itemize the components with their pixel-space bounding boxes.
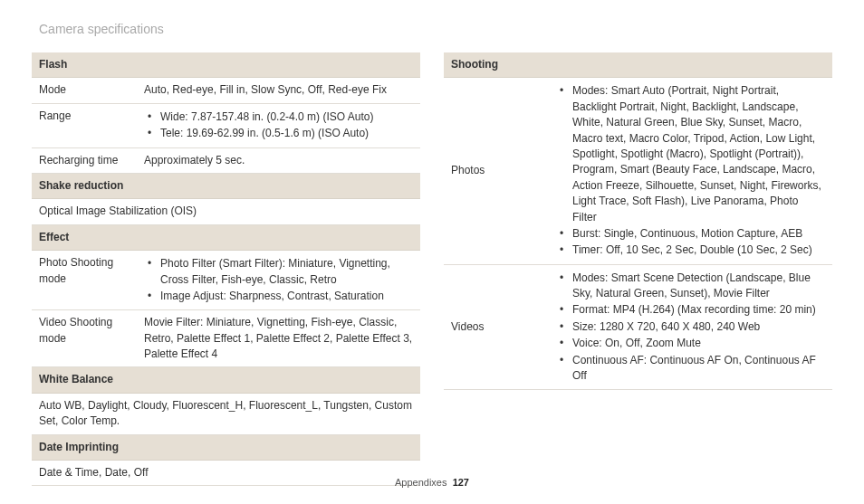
- table-row: Photo Shooting mode Photo Filter (Smart …: [32, 251, 420, 310]
- document-page: Camera specifications Flash Mode Auto, R…: [0, 0, 864, 486]
- list-item: Image Adjust: Sharpness, Contrast, Satur…: [157, 289, 413, 304]
- spec-value: Auto, Red-eye, Fill in, Slow Sync, Off, …: [137, 78, 420, 103]
- spec-value: Auto WB, Daylight, Cloudy, Fluorescent_H…: [32, 393, 420, 434]
- list-item: Continuous AF: Continuous AF On, Continu…: [569, 353, 825, 385]
- table-row: Auto WB, Daylight, Cloudy, Fluorescent_H…: [32, 393, 420, 434]
- spec-value: Wide: 7.87-157.48 in. (0.2-4.0 m) (ISO A…: [137, 103, 420, 147]
- spec-label: Range: [32, 103, 137, 147]
- table-row: Range Wide: 7.87-157.48 in. (0.2-4.0 m) …: [32, 103, 420, 147]
- spec-table-left: Flash Mode Auto, Red-eye, Fill in, Slow …: [32, 52, 420, 486]
- spec-label: Videos: [444, 264, 549, 390]
- left-column: Flash Mode Auto, Red-eye, Fill in, Slow …: [32, 52, 420, 486]
- footer-label: Appendixes: [395, 477, 447, 488]
- list-item: Wide: 7.87-157.48 in. (0.2-4.0 m) (ISO A…: [157, 109, 413, 125]
- right-column: Shooting Photos Modes: Smart Auto (Portr…: [444, 52, 832, 486]
- list-item: Burst: Single, Continuous, Motion Captur…: [569, 226, 825, 242]
- section-header-flash: Flash: [32, 52, 420, 78]
- table-row: Photos Modes: Smart Auto (Portrait, Nigh…: [444, 78, 832, 264]
- table-row: Mode Auto, Red-eye, Fill in, Slow Sync, …: [32, 78, 420, 103]
- section-header-label: Flash: [32, 52, 420, 78]
- footer-page-number: 127: [453, 477, 469, 488]
- spec-label: Recharging time: [32, 147, 137, 173]
- list-item: Modes: Smart Scene Detection (Landscape,…: [569, 271, 825, 302]
- section-header-shooting: Shooting: [444, 52, 832, 78]
- list-item: Photo Filter (Smart Filter): Miniature, …: [157, 256, 413, 288]
- spec-label: Video Shooting mode: [32, 310, 137, 367]
- table-row: Videos Modes: Smart Scene Detection (Lan…: [444, 264, 832, 390]
- spec-table-right: Shooting Photos Modes: Smart Auto (Portr…: [444, 52, 832, 390]
- bullet-list: Modes: Smart Auto (Portrait, Night Portr…: [556, 83, 825, 258]
- section-header-label: White Balance: [32, 367, 420, 393]
- page-footer: Appendixes 127: [0, 477, 864, 488]
- spec-value: Modes: Smart Scene Detection (Landscape,…: [549, 264, 832, 390]
- spec-value: Modes: Smart Auto (Portrait, Night Portr…: [549, 78, 832, 264]
- spec-label: Photo Shooting mode: [32, 251, 137, 310]
- spec-label: Photos: [444, 78, 549, 264]
- list-item: Modes: Smart Auto (Portrait, Night Portr…: [569, 83, 825, 225]
- list-item: Voice: On, Off, Zoom Mute: [569, 336, 825, 351]
- spec-value: Optical Image Stabilization (OIS): [32, 199, 420, 224]
- table-row: Recharging time Approximately 5 sec.: [32, 147, 420, 173]
- bullet-list: Wide: 7.87-157.48 in. (0.2-4.0 m) (ISO A…: [144, 109, 413, 142]
- list-item: Tele: 19.69-62.99 in. (0.5-1.6 m) (ISO A…: [157, 126, 413, 141]
- section-header-label: Shake reduction: [32, 173, 420, 198]
- bullet-list: Photo Filter (Smart Filter): Miniature, …: [144, 256, 413, 304]
- section-header-label: Effect: [32, 224, 420, 250]
- section-header-shake: Shake reduction: [32, 173, 420, 198]
- section-header-effect: Effect: [32, 224, 420, 250]
- section-header-label: Date Imprinting: [32, 434, 420, 460]
- spec-value: Photo Filter (Smart Filter): Miniature, …: [137, 251, 420, 310]
- section-header-wb: White Balance: [32, 367, 420, 393]
- page-title: Camera specifications: [39, 22, 832, 36]
- spec-value: Approximately 5 sec.: [137, 147, 420, 173]
- spec-value: Movie Filter: Miniature, Vignetting, Fis…: [137, 310, 420, 367]
- section-header-date: Date Imprinting: [32, 434, 420, 460]
- list-item: Timer: Off, 10 Sec, 2 Sec, Double (10 Se…: [569, 242, 825, 258]
- table-row: Video Shooting mode Movie Filter: Miniat…: [32, 310, 420, 367]
- columns: Flash Mode Auto, Red-eye, Fill in, Slow …: [32, 52, 832, 486]
- table-row: Optical Image Stabilization (OIS): [32, 199, 420, 224]
- bullet-list: Modes: Smart Scene Detection (Landscape,…: [556, 271, 825, 385]
- list-item: Format: MP4 (H.264) (Max recording time:…: [569, 302, 825, 318]
- list-item: Size: 1280 X 720, 640 X 480, 240 Web: [569, 319, 825, 335]
- section-header-label: Shooting: [444, 52, 832, 78]
- spec-label: Mode: [32, 78, 137, 103]
